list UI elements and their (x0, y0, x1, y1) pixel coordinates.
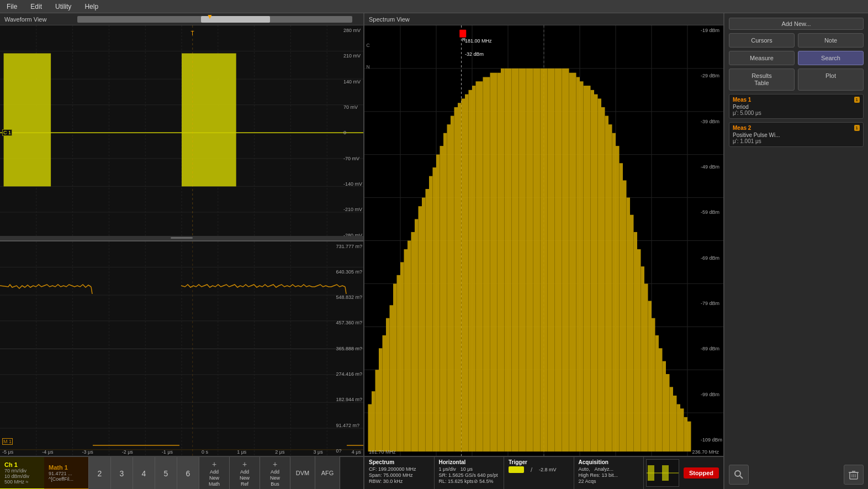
spectrum-db-scale: -19 dBm -29 dBm -39 dBm -49 dBm -59 dBm … (701, 25, 722, 445)
svg-rect-90 (465, 94, 469, 452)
results-table-button[interactable]: Results Table (729, 69, 795, 91)
trigger-level: -2.8 mV (539, 467, 557, 472)
ch6-button[interactable]: 6 (177, 457, 199, 489)
acq-analyze: Analyz... (595, 466, 614, 472)
svg-rect-108 (530, 69, 533, 451)
spectrum-freq-scale: 161.70 MHz 236.70 MHz (369, 449, 719, 455)
svg-rect-17 (182, 54, 236, 187)
cursors-note-row: Cursors Note (729, 33, 864, 48)
svg-rect-128 (601, 107, 605, 451)
zoom-icon-button[interactable] (729, 465, 749, 485)
svg-rect-126 (594, 94, 598, 452)
measure-button[interactable]: Measure (729, 51, 795, 65)
svg-rect-77 (419, 206, 422, 451)
add-ref-button[interactable]: + Add New Ref (229, 457, 260, 489)
acq-mode: Auto, (579, 466, 590, 472)
svg-rect-106 (522, 69, 526, 451)
menu-edit[interactable]: Edit (28, 2, 44, 12)
svg-text:T: T (190, 30, 194, 36)
svg-rect-138 (637, 249, 641, 451)
spectrum-svg: // This will be handled via inline gener… (364, 25, 723, 456)
waveform-lower: M 1 731.777 m? 640.305 m? 548.832 m? 457… (0, 241, 363, 456)
svg-rect-149 (677, 404, 681, 452)
meas1-badge: 1 (854, 97, 860, 103)
menu-help[interactable]: Help (82, 2, 100, 12)
svg-rect-133 (620, 163, 623, 451)
svg-rect-110 (537, 69, 541, 451)
cursors-button[interactable]: Cursors (729, 33, 795, 48)
waveform-title-bar: Waveform View ▼ (0, 13, 363, 25)
meas1-title: Meas 1 (733, 97, 751, 103)
svg-rect-85 (447, 124, 451, 451)
svg-rect-132 (616, 146, 620, 451)
meas1-value: μ': 5.000 μs (733, 110, 860, 116)
dvm-afg-section: DVM AFG (290, 457, 340, 489)
svg-rect-84 (443, 133, 447, 451)
svg-rect-118 (565, 69, 569, 451)
spectrum-view-title: Spectrum View (369, 16, 410, 23)
dvm-button[interactable]: DVM (290, 456, 315, 489)
spectrum-span: Span: 75.0000 MHz (369, 472, 413, 478)
ch3-button[interactable]: 3 (110, 457, 133, 489)
svg-rect-139 (641, 266, 645, 451)
menu-utility[interactable]: Utility (53, 2, 73, 12)
spectrum-cf: CF: 199.200000 MHz (369, 466, 416, 472)
scrollbar-track[interactable]: ▼ (77, 16, 352, 23)
svg-rect-67 (383, 335, 387, 451)
add-math-button[interactable]: + Add New Math (199, 457, 229, 489)
svg-rect-127 (598, 98, 602, 451)
svg-rect-117 (562, 69, 566, 451)
svg-rect-93 (476, 81, 480, 451)
svg-rect-80 (429, 176, 433, 452)
bottom-icons-row (729, 465, 864, 485)
svg-rect-72 (400, 262, 404, 451)
main-layout: Waveform View ▼ (0, 13, 868, 489)
svg-rect-140 (644, 283, 648, 451)
trash-icon-button[interactable] (844, 465, 864, 485)
search-button[interactable]: Search (798, 51, 864, 65)
svg-rect-63 (368, 404, 372, 452)
svg-rect-98 (494, 73, 497, 452)
svg-rect-119 (569, 73, 573, 452)
svg-rect-70 (393, 283, 397, 451)
spectrum-status: Spectrum CF: 199.200000 MHz Span: 75.000… (364, 457, 435, 489)
add-bus-button[interactable]: + Add New Bus (260, 457, 290, 489)
freq-start: 161.70 MHz (369, 449, 396, 455)
measure-search-row: Measure Search (729, 51, 864, 65)
c1-channel-marker: C 1 (2, 129, 12, 136)
waveform-view-title: Waveform View (4, 16, 46, 23)
svg-rect-78 (422, 198, 426, 452)
menu-file[interactable]: File (4, 2, 19, 12)
panel-splitter[interactable] (0, 236, 363, 240)
freq-end: 236.70 MHz (692, 449, 719, 455)
note-button[interactable]: Note (798, 33, 864, 48)
stopped-button[interactable]: Stopped (684, 467, 719, 479)
svg-rect-150 (680, 408, 684, 451)
svg-rect-145 (663, 361, 666, 452)
svg-text:C: C (366, 43, 370, 48)
svg-point-162 (735, 471, 740, 476)
svg-rect-122 (580, 81, 584, 451)
math-waveform-svg (0, 241, 363, 456)
ch4-button[interactable]: 4 (133, 457, 155, 489)
add-new-button[interactable]: Add New... (729, 18, 864, 30)
svg-rect-88 (458, 103, 462, 451)
h-rl: RL: 15.625 kpts⊘ 54.5% (439, 479, 494, 484)
upper-scale-labels: 280 mV 210 mV 140 mV 70 mV 0 -70 mV -140… (343, 25, 362, 240)
trigger-title: Trigger (509, 459, 569, 465)
svg-rect-68 (386, 318, 390, 451)
afg-button[interactable]: AFG (315, 456, 340, 489)
svg-rect-16 (4, 54, 51, 187)
math1-button[interactable]: Math 1 91.4721 ... ^[CoeffFil... (44, 457, 88, 489)
waveform-svg: T (0, 25, 363, 240)
spectrum-view[interactable]: // This will be handled via inline gener… (364, 25, 723, 456)
ch5-button[interactable]: 5 (155, 457, 177, 489)
svg-rect-74 (407, 241, 411, 452)
svg-rect-141 (648, 301, 652, 452)
ch1-button[interactable]: Ch 1 70 mV/div 10 dBm/div 500 MHz ≈ (0, 457, 44, 489)
svg-rect-100 (501, 69, 505, 451)
trigger-status: Trigger / -2.8 mV (504, 457, 574, 489)
plot-button[interactable]: Plot (798, 69, 864, 91)
ch2-button[interactable]: 2 (88, 457, 110, 489)
horizontal-title: Horizontal (439, 459, 500, 465)
